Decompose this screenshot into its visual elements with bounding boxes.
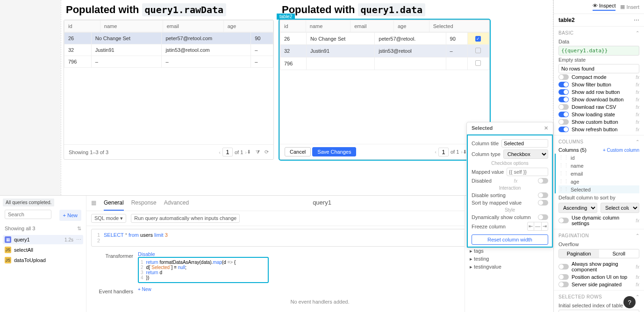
init-idx-input[interactable] [558,310,639,312]
filter-icon[interactable]: ⧩ [256,149,260,155]
cell[interactable] [307,57,375,70]
cell[interactable]: – [162,56,251,68]
collapse-icon[interactable]: ⌃ [636,139,640,144]
overflow-segment[interactable]: PaginationScroll [558,249,639,258]
freeze-segment[interactable]: ⇤—⇥ [527,222,548,231]
tab-response[interactable]: Response [131,196,157,211]
column-header[interactable]: email [351,21,394,32]
cell[interactable]: 26 [64,33,92,44]
toggle[interactable] [558,97,569,102]
column-header[interactable]: email [163,21,223,32]
table2[interactable]: idnameemailageSelected 26No Change Setpe… [279,20,490,160]
query-item[interactable]: JSselectAll [3,245,83,255]
query-item[interactable]: JSdataToUpload [3,255,83,265]
checkbox[interactable] [475,48,481,53]
checkbox[interactable]: ✓ [475,36,481,42]
help-button[interactable]: ? [623,296,636,308]
toggle[interactable] [558,82,569,87]
column-item[interactable]: ⋮⋮age [558,177,639,185]
add-custom-column-link[interactable]: + Custom column [603,148,639,153]
column-header[interactable]: age [394,21,429,32]
cell[interactable]: Justin91 [91,44,162,56]
column-header[interactable]: id [280,21,306,32]
cell[interactable]: 90 [446,33,467,45]
cell[interactable]: No Change Set [307,33,375,45]
toggle[interactable] [558,264,569,269]
query-search[interactable] [5,210,51,219]
column-header[interactable]: Selected [429,21,489,32]
close-icon[interactable]: ✕ [544,125,548,131]
sort-col-select[interactable]: Select column [601,203,639,213]
cell[interactable]: – [446,45,467,57]
page-input[interactable] [438,148,449,156]
column-item[interactable]: ⋮⋮email [558,170,639,177]
prev-page-icon[interactable]: ‹ [435,149,436,155]
dyn-show-toggle[interactable] [538,214,548,220]
data-input[interactable] [558,46,639,56]
new-query-button[interactable]: + New [59,210,82,221]
reset-column-width-button[interactable]: Reset column width [472,234,548,245]
column-header[interactable]: name [100,21,163,32]
column-header[interactable]: age [223,21,273,32]
cell[interactable]: 32 [280,45,307,57]
column-item[interactable]: ⋮⋮name [558,162,639,170]
cell[interactable]: Justin91 [307,45,375,57]
collapse-icon[interactable]: ⌃ [636,30,640,35]
run-mode-select[interactable]: Run query automatically when inputs chan… [131,214,240,223]
sql-mode-select[interactable]: SQL mode ▾ [91,214,126,223]
tab-insert[interactable]: ▦ Insert [620,3,639,11]
col-title-input[interactable] [501,139,548,148]
toggle[interactable] [558,274,569,280]
mapped-value-input[interactable] [507,168,548,176]
cell[interactable]: jstin53@retool.com [162,44,251,56]
cell[interactable] [446,57,467,70]
cell[interactable]: 32 [64,44,92,56]
dyn-col-toggle[interactable] [558,218,569,223]
page-input[interactable] [222,148,233,156]
toggle[interactable] [558,89,569,95]
column-item[interactable]: ⋮⋮id [558,154,639,162]
download-icon[interactable]: ⬇ [247,149,251,155]
query-item[interactable]: ▦query11.2s⋯ [3,235,83,244]
refresh-icon[interactable]: ⟳ [265,149,269,155]
tab-general[interactable]: General [104,196,124,211]
cell[interactable]: jstin53@retool [375,45,446,57]
checkbox[interactable] [475,60,481,66]
table1[interactable]: idnameemailage 26No Change Setpeter57@re… [64,20,274,160]
cell[interactable]: No Change Set [91,33,162,44]
cell[interactable]: – [251,56,273,68]
toggle[interactable] [558,127,569,132]
tree-row[interactable]: ▸ tags [470,247,549,255]
collapse-icon[interactable]: ⌃ [636,233,640,238]
cell[interactable]: – [91,56,162,68]
cancel-button[interactable]: Cancel [285,147,311,156]
column-item[interactable]: ⋮⋮Selected [558,185,639,193]
toggle[interactable] [558,112,569,117]
toggle[interactable] [558,74,569,80]
column-header[interactable]: id [64,21,100,32]
toggle[interactable] [558,282,569,287]
code-toggle-icon[interactable]: ▦ [91,196,96,211]
col-type-select[interactable]: Checkbox [503,149,548,159]
save-changes-button[interactable]: Save Changes [312,147,356,156]
add-event-handler-link[interactable]: + New [138,287,151,294]
cell[interactable]: 90 [251,33,273,44]
tab-inspect[interactable]: 👁 Inspect [593,3,615,11]
tree-row[interactable]: ▸ testing [470,255,549,263]
column-header[interactable]: name [306,21,350,32]
disabled-toggle[interactable] [538,178,548,184]
cell[interactable]: peter57@retool.com [162,33,251,44]
cell[interactable]: 796 [64,56,92,68]
cell[interactable]: peter57@retool. [375,33,446,45]
sort-icon[interactable]: ⇅ [77,226,81,232]
cell[interactable]: – [251,44,273,56]
transformer-editor[interactable]: 1234 return formatDataAsArray(data).map(… [138,257,269,283]
disable-transformer-link[interactable]: Disable [138,251,155,257]
sort-mapped-toggle[interactable] [538,200,548,206]
toggle[interactable] [558,119,569,125]
tree-row[interactable]: ▸ testingvalue [470,263,549,271]
tab-advanced[interactable]: Advanced [164,196,189,211]
toggle[interactable] [558,104,569,110]
cell[interactable]: 26 [280,33,307,45]
more-icon[interactable]: ⋯ [634,17,639,23]
